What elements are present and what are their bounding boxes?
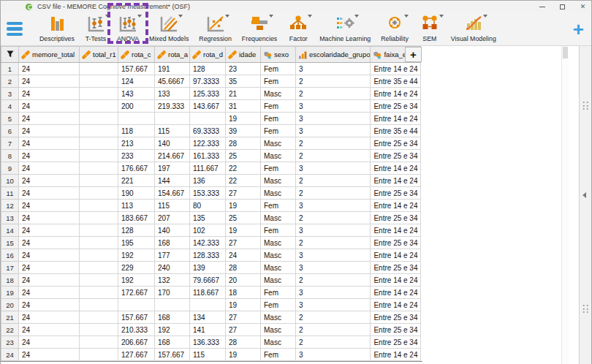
ribbon-button-reliability[interactable]: Reliability [376, 12, 414, 43]
data-cell[interactable]: 229 [118, 262, 155, 274]
data-cell[interactable]: 133 [155, 88, 190, 100]
row-number-cell[interactable]: 20 [1, 299, 19, 311]
data-cell[interactable] [80, 262, 118, 274]
add-module-button[interactable]: + [573, 20, 584, 39]
data-cell[interactable] [80, 349, 118, 361]
row-number-cell[interactable]: 5 [1, 113, 19, 125]
add-column-button[interactable]: + [405, 47, 422, 62]
row-number-cell[interactable]: 12 [1, 200, 19, 212]
data-cell[interactable]: 21 [226, 88, 261, 100]
data-cell[interactable]: 172.667 [118, 287, 155, 299]
data-cell[interactable]: 24 [19, 212, 80, 224]
row-number-cell[interactable]: 9 [1, 162, 19, 175]
data-cell[interactable]: 19 [226, 113, 261, 125]
data-cell[interactable]: 27 [226, 237, 261, 249]
row-number-cell[interactable]: 17 [1, 262, 19, 274]
data-cell[interactable]: 2 [296, 336, 371, 349]
data-cell[interactable]: 122.333 [190, 137, 226, 150]
data-cell[interactable]: Fem [261, 113, 296, 125]
data-cell[interactable]: 143.667 [190, 100, 226, 113]
data-cell[interactable]: 24 [19, 274, 80, 287]
data-cell[interactable]: Fem [261, 200, 296, 212]
data-cell[interactable]: Masc [261, 249, 296, 262]
data-cell[interactable]: Fem [261, 100, 296, 113]
data-cell[interactable]: 27 [226, 311, 261, 324]
data-cell[interactable]: 24 [19, 200, 80, 212]
data-cell[interactable]: Masc [261, 187, 296, 200]
data-cell[interactable]: 191 [155, 63, 190, 75]
data-cell[interactable]: Masc [261, 336, 296, 349]
column-header-sexo[interactable]: sexo [261, 47, 296, 63]
data-cell[interactable]: 31 [226, 100, 261, 113]
ribbon-button-descriptives[interactable]: Descriptives [34, 12, 80, 43]
data-cell[interactable]: 45.6667 [155, 75, 190, 88]
data-cell[interactable]: Masc [261, 274, 296, 287]
data-cell[interactable]: 161.333 [190, 150, 226, 162]
data-cell[interactable]: 3 [296, 349, 371, 361]
data-cell[interactable]: 19 [226, 224, 261, 237]
data-cell[interactable]: 28 [226, 336, 261, 349]
data-cell[interactable]: 2 [296, 175, 371, 187]
data-cell[interactable]: 102 [190, 224, 226, 237]
data-cell[interactable] [80, 249, 118, 262]
data-cell[interactable]: 24 [19, 162, 80, 175]
data-cell[interactable]: Fem [261, 63, 296, 75]
data-cell[interactable]: Fem [261, 287, 296, 299]
results-panel-splitter[interactable] [579, 46, 591, 364]
data-cell[interactable] [80, 175, 118, 187]
data-cell[interactable]: 24 [19, 63, 80, 75]
data-cell[interactable]: Masc [261, 175, 296, 187]
maximize-button[interactable] [558, 3, 566, 11]
ribbon-button-factor[interactable]: Factor [282, 12, 314, 43]
data-cell[interactable]: Masc [261, 137, 296, 150]
data-cell[interactable]: 111.667 [190, 162, 226, 175]
data-cell[interactable]: Entre 14 e 24 [371, 287, 420, 299]
data-cell[interactable] [80, 63, 118, 75]
data-cell[interactable]: 19 [226, 200, 261, 212]
ribbon-button-machine-learning[interactable]: Machine Learning [314, 12, 376, 43]
ribbon-button-frequencies[interactable]: Frequencies [237, 12, 282, 43]
data-cell[interactable]: Entre 25 e 34 [371, 187, 420, 200]
data-cell[interactable]: 192 [155, 324, 190, 336]
data-cell[interactable]: 195 [118, 237, 155, 249]
data-cell[interactable]: 192 [118, 249, 155, 262]
data-cell[interactable]: 3 [296, 100, 371, 113]
data-cell[interactable]: 206.667 [118, 336, 155, 349]
data-cell[interactable]: Entre 25 e 34 [371, 137, 420, 150]
data-cell[interactable]: 69.3333 [190, 125, 226, 137]
data-cell[interactable]: 139 [190, 262, 226, 274]
data-cell[interactable]: 24 [19, 324, 80, 336]
data-cell[interactable]: 24 [19, 287, 80, 299]
data-cell[interactable] [80, 200, 118, 212]
data-cell[interactable]: 157.667 [118, 311, 155, 324]
data-cell[interactable]: Masc [261, 212, 296, 224]
row-number-cell[interactable]: 18 [1, 274, 19, 287]
data-cell[interactable]: 3 [296, 162, 371, 175]
data-cell[interactable]: 20 [226, 274, 261, 287]
data-cell[interactable]: 200 [118, 100, 155, 113]
data-cell[interactable]: 153.333 [190, 187, 226, 200]
data-cell[interactable]: 221 [118, 175, 155, 187]
data-cell[interactable]: 25 [226, 150, 261, 162]
data-cell[interactable]: 157.667 [155, 349, 190, 361]
data-cell[interactable]: 97.3333 [190, 75, 226, 88]
data-cell[interactable]: Fem [261, 125, 296, 137]
data-cell[interactable]: 134 [190, 311, 226, 324]
data-cell[interactable]: 140 [155, 224, 190, 237]
data-cell[interactable]: 127.667 [118, 349, 155, 361]
main-menu-button[interactable] [7, 20, 24, 38]
ribbon-button-mixed-models[interactable]: Mixed Models [144, 12, 194, 43]
data-cell[interactable]: Entre 25 e 34 [371, 324, 420, 336]
row-number-cell[interactable]: 6 [1, 125, 19, 137]
data-cell[interactable]: 23 [226, 63, 261, 75]
data-cell[interactable]: 3 [296, 224, 371, 237]
data-cell[interactable] [118, 113, 155, 125]
data-cell[interactable]: 27 [226, 187, 261, 200]
data-cell[interactable]: 3 [296, 200, 371, 212]
data-cell[interactable]: 3 [296, 249, 371, 262]
ribbon-button-t-tests[interactable]: T-Tests [80, 12, 112, 43]
data-cell[interactable]: Fem [261, 299, 296, 311]
data-cell[interactable]: 2 [296, 137, 371, 150]
data-cell[interactable]: 143 [118, 88, 155, 100]
data-cell[interactable]: 3 [296, 63, 371, 75]
